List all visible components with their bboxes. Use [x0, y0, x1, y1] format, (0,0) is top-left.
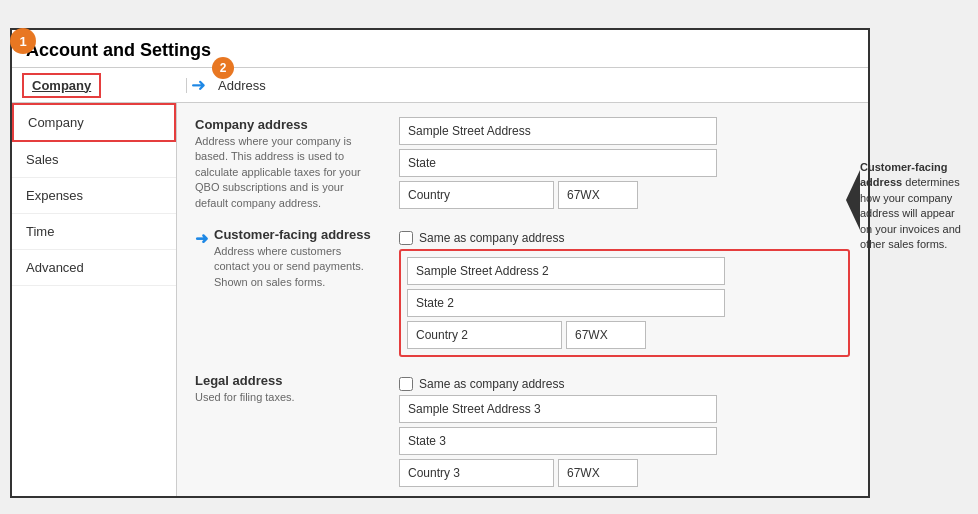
company-address-row: Company address Address where your compa…	[195, 117, 850, 211]
outer-panel: Account and Settings 2 Company ➜ Address…	[10, 28, 870, 498]
customer-facing-fields: Same as company address	[399, 227, 850, 357]
customer-same-checkbox-row: Same as company address	[399, 231, 850, 245]
customer-same-checkbox[interactable]	[399, 231, 413, 245]
company-address-section: Company address Address where your compa…	[195, 117, 850, 211]
company-zip-input[interactable]	[558, 181, 638, 209]
legal-same-checkbox-row: Same as company address	[399, 377, 850, 391]
customer-facing-desc: ➜ Customer-facing address Address where …	[195, 227, 385, 357]
sidebar-item-time[interactable]: Time	[12, 214, 176, 250]
customer-facing-arrow-icon: ➜	[195, 229, 208, 248]
sidebar-tab-area: Company	[22, 78, 187, 93]
customer-facing-row: ➜ Customer-facing address Address where …	[195, 227, 850, 357]
customer-fields-stack	[407, 257, 842, 349]
sidebar-item-expenses[interactable]: Expenses	[12, 178, 176, 214]
panel-body: Company Sales Expenses Time Advanced Com…	[12, 103, 868, 496]
customer-country-input[interactable]	[407, 321, 562, 349]
legal-address-description: Used for filing taxes.	[195, 390, 375, 405]
legal-zip-input[interactable]	[558, 459, 638, 487]
company-address-fields	[399, 117, 850, 211]
company-country-zip-row	[399, 181, 850, 209]
address-tab[interactable]: Address	[218, 78, 266, 93]
sidebar-item-sales[interactable]: Sales	[12, 142, 176, 178]
company-address-description: Address where your company is based. Thi…	[195, 134, 375, 211]
customer-facing-title-row: ➜ Customer-facing address Address where …	[195, 227, 375, 290]
legal-address-fields: Same as company address	[399, 373, 850, 487]
step1-badge: 1	[10, 28, 36, 54]
company-fields-stack	[399, 117, 850, 209]
legal-state-input[interactable]	[399, 427, 717, 455]
customer-state-input[interactable]	[407, 289, 725, 317]
legal-street-input[interactable]	[399, 395, 717, 423]
legal-country-zip-row	[399, 459, 850, 487]
legal-address-desc: Legal address Used for filing taxes.	[195, 373, 385, 487]
legal-address-row: Legal address Used for filing taxes. Sam…	[195, 373, 850, 487]
sidebar-item-advanced[interactable]: Advanced	[12, 250, 176, 286]
tab-header-row: 2 Company ➜ Address	[12, 68, 868, 103]
callout-text: Customer-facing address determines how y…	[860, 160, 968, 252]
legal-same-label: Same as company address	[419, 377, 564, 391]
customer-facing-section: ➜ Customer-facing address Address where …	[195, 227, 850, 357]
customer-facing-description: Address where customers contact you or s…	[214, 244, 375, 290]
company-address-desc: Company address Address where your compa…	[195, 117, 385, 211]
company-state-input[interactable]	[399, 149, 717, 177]
company-country-input[interactable]	[399, 181, 554, 209]
legal-same-checkbox[interactable]	[399, 377, 413, 391]
customer-facing-title-text: Customer-facing address Address where cu…	[214, 227, 375, 290]
legal-address-section: Legal address Used for filing taxes. Sam…	[195, 373, 850, 487]
callout-box: Customer-facing address determines how y…	[860, 160, 968, 252]
legal-fields-stack	[399, 395, 850, 487]
company-address-title: Company address	[195, 117, 375, 132]
sidebar-item-company[interactable]: Company	[12, 103, 176, 142]
company-street-input[interactable]	[399, 117, 717, 145]
customer-address-highlight	[399, 249, 850, 357]
nav-arrow-icon: ➜	[191, 74, 206, 96]
legal-country-input[interactable]	[399, 459, 554, 487]
legal-address-title: Legal address	[195, 373, 375, 388]
main-content: Company address Address where your compa…	[177, 103, 868, 496]
sidebar: Company Sales Expenses Time Advanced	[12, 103, 177, 496]
customer-same-label: Same as company address	[419, 231, 564, 245]
customer-country-zip-row	[407, 321, 842, 349]
panel-title: Account and Settings	[12, 30, 868, 68]
step2-badge: 2	[212, 57, 234, 79]
customer-street-input[interactable]	[407, 257, 725, 285]
customer-facing-title: Customer-facing address	[214, 227, 375, 242]
customer-zip-input[interactable]	[566, 321, 646, 349]
company-tab[interactable]: Company	[22, 73, 101, 98]
